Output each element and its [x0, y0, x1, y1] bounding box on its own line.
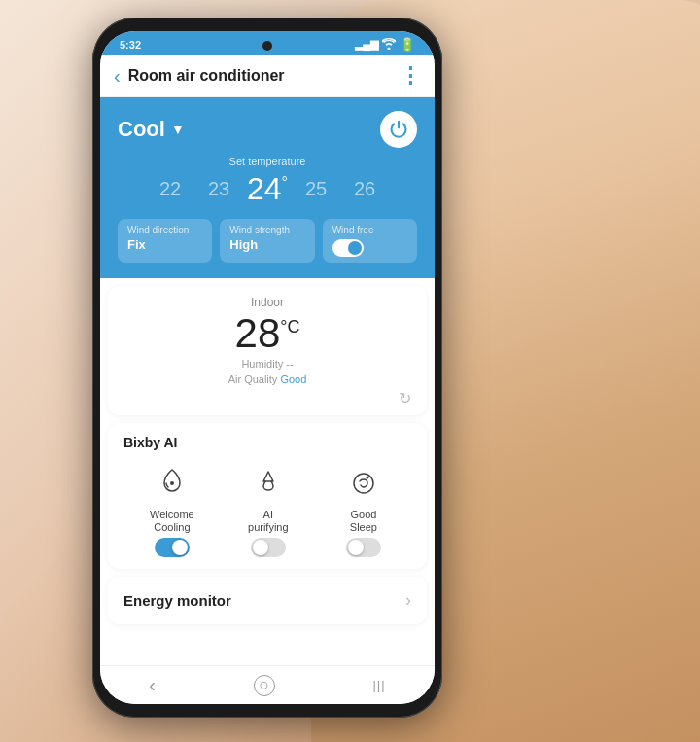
bixby-title: Bixby AI: [123, 435, 411, 450]
bixby-items: WelcomeCooling: [123, 462, 411, 557]
status-icons: ▂▄▆ 🔋: [355, 37, 415, 52]
temp-23[interactable]: 23: [194, 178, 243, 200]
energy-monitor-section[interactable]: Energy monitor ›: [108, 577, 427, 624]
wind-direction-box[interactable]: Wind direction Fix: [118, 219, 212, 263]
temp-24-active[interactable]: 24°: [243, 171, 292, 207]
control-panel: Cool ▼ Set temperature 22 23 2: [100, 97, 435, 278]
chevron-right-icon: ›: [405, 590, 411, 611]
indoor-label: Indoor: [123, 296, 411, 309]
scene: 5:32 ▂▄▆ 🔋 ‹ Room air conditione: [0, 0, 700, 742]
svg-point-1: [354, 474, 373, 493]
nav-recent-button[interactable]: |||: [372, 678, 385, 692]
wind-direction-value: Fix: [127, 237, 202, 252]
settings-row: Wind direction Fix Wind strength High Wi…: [118, 219, 417, 263]
screen: 5:32 ▂▄▆ 🔋 ‹ Room air conditione: [100, 31, 435, 704]
app-header: ‹ Room air conditioner ⋮: [100, 55, 435, 97]
cooling-icon: [151, 462, 193, 505]
bixby-item-purifying: AIpurifying: [247, 462, 290, 557]
purifying-name: AIpurifying: [248, 509, 289, 534]
nav-back-button[interactable]: ‹: [149, 674, 156, 696]
air-quality-info: Air Quality Good: [123, 373, 411, 385]
nav-home-button[interactable]: ○: [254, 675, 275, 696]
set-temp-label: Set temperature: [118, 156, 417, 167]
battery-icon: 🔋: [400, 37, 415, 52]
wind-strength-label: Wind strength: [229, 225, 304, 235]
sleep-icon: [342, 462, 385, 505]
wind-free-label: Wind free: [332, 225, 407, 235]
signal-icon: ▂▄▆: [355, 38, 378, 51]
temp-26[interactable]: 26: [340, 178, 389, 200]
temperature-row: 22 23 24° 25 26: [118, 171, 417, 207]
sleep-toggle[interactable]: [346, 538, 381, 557]
temp-25[interactable]: 25: [292, 178, 340, 200]
purifying-icon: [247, 462, 290, 505]
svg-point-0: [170, 481, 174, 485]
bixby-item-cooling: WelcomeCooling: [150, 462, 194, 557]
more-button[interactable]: ⋮: [400, 63, 421, 88]
page-title: Room air conditioner: [128, 67, 400, 85]
humidity-info: Humidity --: [123, 358, 411, 370]
mode-row: Cool ▼: [118, 111, 417, 148]
time: 5:32: [120, 39, 141, 51]
cooling-toggle[interactable]: [155, 538, 190, 557]
wind-strength-box[interactable]: Wind strength High: [220, 219, 314, 263]
svg-point-2: [366, 477, 368, 479]
bottom-nav: ‹ ○ |||: [100, 665, 435, 704]
refresh-icon[interactable]: ↻: [123, 389, 411, 407]
power-button[interactable]: [380, 111, 417, 148]
cooling-name: WelcomeCooling: [150, 509, 194, 534]
wind-free-box: Wind free: [323, 219, 417, 263]
indoor-section: Indoor 28°C Humidity -- Air Quality Good…: [108, 286, 427, 415]
energy-monitor-title: Energy monitor: [123, 592, 231, 609]
mode-arrow: ▼: [171, 122, 185, 137]
back-button[interactable]: ‹: [114, 65, 121, 88]
bixby-section: Bixby AI WelcomeCooling: [108, 423, 427, 569]
bixby-item-sleep: GoodSleep: [342, 462, 385, 557]
wifi-icon: [382, 38, 396, 52]
wind-free-toggle[interactable]: [332, 239, 364, 257]
air-quality-value: Good: [280, 373, 306, 385]
sleep-name: GoodSleep: [350, 509, 377, 534]
wind-direction-label: Wind direction: [127, 225, 202, 235]
phone: 5:32 ▂▄▆ 🔋 ‹ Room air conditione: [92, 18, 442, 718]
wind-strength-value: High: [229, 237, 304, 252]
mode-selector[interactable]: Cool ▼: [118, 117, 185, 142]
camera: [262, 41, 272, 51]
temp-22[interactable]: 22: [146, 178, 194, 200]
purifying-toggle[interactable]: [251, 538, 286, 557]
indoor-temperature: 28°C: [123, 313, 411, 354]
mode-text: Cool: [118, 117, 165, 142]
